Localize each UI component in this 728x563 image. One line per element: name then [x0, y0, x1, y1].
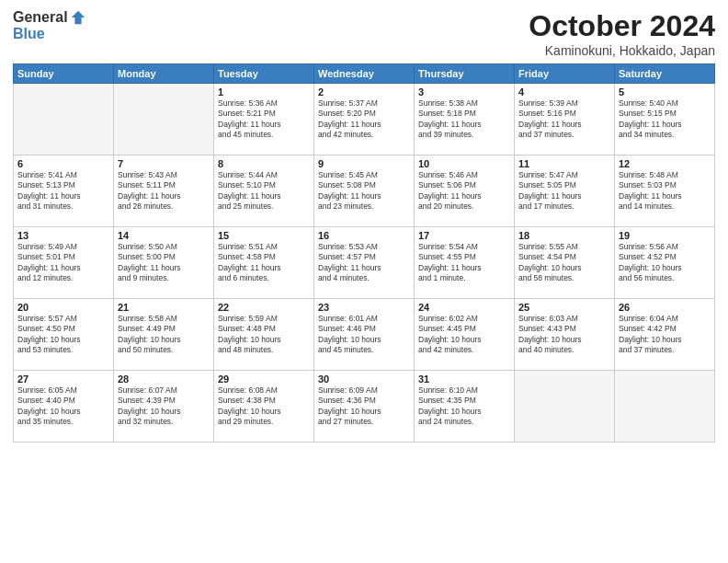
calendar-day-cell: 31Sunrise: 6:10 AMSunset: 4:35 PMDayligh…	[415, 371, 515, 442]
calendar-day-cell: 21Sunrise: 5:58 AMSunset: 4:49 PMDayligh…	[114, 299, 214, 371]
weekday-header: Friday	[515, 64, 615, 84]
day-number: 3	[418, 86, 510, 98]
location: Kaminokuni, Hokkaido, Japan	[529, 43, 715, 58]
calendar-day-cell: 16Sunrise: 5:53 AMSunset: 4:57 PMDayligh…	[314, 227, 415, 299]
calendar-day-cell: 24Sunrise: 6:02 AMSunset: 4:45 PMDayligh…	[415, 299, 515, 371]
day-number: 7	[118, 158, 210, 169]
calendar-day-cell: 8Sunrise: 5:44 AMSunset: 5:10 PMDaylight…	[214, 155, 314, 227]
calendar-day-cell: 29Sunrise: 6:08 AMSunset: 4:38 PMDayligh…	[214, 371, 314, 442]
calendar-day-cell: 20Sunrise: 5:57 AMSunset: 4:50 PMDayligh…	[14, 299, 114, 371]
day-number: 9	[318, 158, 410, 169]
calendar-day-cell: 7Sunrise: 5:43 AMSunset: 5:11 PMDaylight…	[114, 155, 214, 227]
calendar-week-row: 1Sunrise: 5:36 AMSunset: 5:21 PMDaylight…	[14, 84, 715, 155]
day-number: 12	[619, 158, 711, 169]
title-area: October 2024 Kaminokuni, Hokkaido, Japan	[529, 9, 715, 58]
calendar-day-cell: 28Sunrise: 6:07 AMSunset: 4:39 PMDayligh…	[114, 371, 214, 442]
page-header: General Blue October 2024 Kaminokuni, Ho…	[13, 9, 715, 58]
calendar-day-cell: 5Sunrise: 5:40 AMSunset: 5:15 PMDaylight…	[615, 84, 715, 155]
logo-icon	[70, 9, 86, 26]
day-number: 23	[318, 302, 410, 313]
calendar-day-cell: 6Sunrise: 5:41 AMSunset: 5:13 PMDaylight…	[14, 155, 114, 227]
calendar-day-cell: 25Sunrise: 6:03 AMSunset: 4:43 PMDayligh…	[515, 299, 615, 371]
calendar-day-cell: 27Sunrise: 6:05 AMSunset: 4:40 PMDayligh…	[14, 371, 114, 442]
day-info: Sunrise: 6:01 AMSunset: 4:46 PMDaylight:…	[318, 314, 410, 356]
day-info: Sunrise: 6:10 AMSunset: 4:35 PMDaylight:…	[418, 385, 510, 428]
day-number: 10	[418, 158, 510, 169]
day-info: Sunrise: 5:36 AMSunset: 5:21 PMDaylight:…	[218, 98, 310, 141]
calendar-day-cell: 12Sunrise: 5:48 AMSunset: 5:03 PMDayligh…	[615, 155, 715, 227]
day-info: Sunrise: 5:45 AMSunset: 5:08 PMDaylight:…	[318, 170, 410, 213]
weekday-header: Monday	[114, 64, 214, 84]
svg-marker-0	[71, 11, 84, 24]
day-info: Sunrise: 6:08 AMSunset: 4:38 PMDaylight:…	[218, 385, 310, 428]
calendar-day-cell: 13Sunrise: 5:49 AMSunset: 5:01 PMDayligh…	[14, 227, 114, 299]
day-number: 31	[418, 373, 510, 385]
day-info: Sunrise: 5:44 AMSunset: 5:10 PMDaylight:…	[218, 170, 310, 213]
day-info: Sunrise: 5:51 AMSunset: 4:58 PMDaylight:…	[218, 242, 310, 284]
day-number: 13	[17, 230, 109, 241]
calendar-day-cell	[14, 84, 114, 155]
weekday-header: Sunday	[14, 64, 114, 84]
calendar-day-cell: 17Sunrise: 5:54 AMSunset: 4:55 PMDayligh…	[415, 227, 515, 299]
day-info: Sunrise: 6:02 AMSunset: 4:45 PMDaylight:…	[418, 314, 510, 356]
day-info: Sunrise: 5:37 AMSunset: 5:20 PMDaylight:…	[318, 98, 410, 141]
day-number: 26	[619, 302, 711, 313]
calendar-day-cell: 9Sunrise: 5:45 AMSunset: 5:08 PMDaylight…	[314, 155, 415, 227]
weekday-header: Tuesday	[214, 64, 314, 84]
calendar-day-cell	[515, 371, 615, 442]
day-info: Sunrise: 6:05 AMSunset: 4:40 PMDaylight:…	[17, 385, 109, 428]
day-info: Sunrise: 6:03 AMSunset: 4:43 PMDaylight:…	[518, 314, 610, 356]
day-info: Sunrise: 5:48 AMSunset: 5:03 PMDaylight:…	[619, 170, 711, 213]
calendar-day-cell: 19Sunrise: 5:56 AMSunset: 4:52 PMDayligh…	[615, 227, 715, 299]
day-info: Sunrise: 5:43 AMSunset: 5:11 PMDaylight:…	[118, 170, 210, 213]
day-number: 6	[17, 158, 109, 169]
day-info: Sunrise: 5:56 AMSunset: 4:52 PMDaylight:…	[619, 242, 711, 284]
weekday-header: Saturday	[615, 64, 715, 84]
day-info: Sunrise: 5:54 AMSunset: 4:55 PMDaylight:…	[418, 242, 510, 284]
calendar-day-cell: 1Sunrise: 5:36 AMSunset: 5:21 PMDaylight…	[214, 84, 314, 155]
day-number: 4	[518, 86, 610, 98]
calendar-day-cell: 15Sunrise: 5:51 AMSunset: 4:58 PMDayligh…	[214, 227, 314, 299]
day-number: 11	[518, 158, 610, 169]
calendar-week-row: 6Sunrise: 5:41 AMSunset: 5:13 PMDaylight…	[14, 155, 715, 227]
day-info: Sunrise: 5:39 AMSunset: 5:16 PMDaylight:…	[518, 98, 610, 141]
day-number: 19	[619, 230, 711, 241]
calendar-day-cell: 30Sunrise: 6:09 AMSunset: 4:36 PMDayligh…	[314, 371, 415, 442]
calendar-day-cell: 18Sunrise: 5:55 AMSunset: 4:54 PMDayligh…	[515, 227, 615, 299]
day-info: Sunrise: 5:40 AMSunset: 5:15 PMDaylight:…	[619, 98, 711, 141]
day-number: 1	[218, 86, 310, 98]
day-number: 8	[218, 158, 310, 169]
calendar-day-cell: 26Sunrise: 6:04 AMSunset: 4:42 PMDayligh…	[615, 299, 715, 371]
day-number: 24	[418, 302, 510, 313]
day-info: Sunrise: 6:07 AMSunset: 4:39 PMDaylight:…	[118, 385, 210, 428]
day-info: Sunrise: 5:59 AMSunset: 4:48 PMDaylight:…	[218, 314, 310, 356]
calendar-day-cell: 10Sunrise: 5:46 AMSunset: 5:06 PMDayligh…	[415, 155, 515, 227]
month-title: October 2024	[529, 9, 715, 43]
day-info: Sunrise: 5:49 AMSunset: 5:01 PMDaylight:…	[17, 242, 109, 284]
logo: General Blue	[13, 9, 86, 42]
logo-general-text: General	[13, 9, 68, 26]
day-info: Sunrise: 5:41 AMSunset: 5:13 PMDaylight:…	[17, 170, 109, 213]
day-info: Sunrise: 5:50 AMSunset: 5:00 PMDaylight:…	[118, 242, 210, 284]
calendar-week-row: 13Sunrise: 5:49 AMSunset: 5:01 PMDayligh…	[14, 227, 715, 299]
weekday-header-row: SundayMondayTuesdayWednesdayThursdayFrid…	[14, 64, 715, 84]
logo-blue-text: Blue	[13, 26, 45, 42]
day-info: Sunrise: 5:46 AMSunset: 5:06 PMDaylight:…	[418, 170, 510, 213]
day-info: Sunrise: 5:38 AMSunset: 5:18 PMDaylight:…	[418, 98, 510, 141]
day-number: 15	[218, 230, 310, 241]
calendar-day-cell: 22Sunrise: 5:59 AMSunset: 4:48 PMDayligh…	[214, 299, 314, 371]
day-number: 2	[318, 86, 410, 98]
day-number: 30	[318, 373, 410, 385]
calendar-week-row: 27Sunrise: 6:05 AMSunset: 4:40 PMDayligh…	[14, 371, 715, 442]
day-number: 16	[318, 230, 410, 241]
day-number: 20	[17, 302, 109, 313]
calendar-day-cell: 4Sunrise: 5:39 AMSunset: 5:16 PMDaylight…	[515, 84, 615, 155]
calendar-day-cell: 23Sunrise: 6:01 AMSunset: 4:46 PMDayligh…	[314, 299, 415, 371]
day-number: 21	[118, 302, 210, 313]
day-number: 28	[118, 373, 210, 385]
day-number: 27	[17, 373, 109, 385]
day-info: Sunrise: 5:53 AMSunset: 4:57 PMDaylight:…	[318, 242, 410, 284]
calendar-day-cell: 11Sunrise: 5:47 AMSunset: 5:05 PMDayligh…	[515, 155, 615, 227]
calendar-table: SundayMondayTuesdayWednesdayThursdayFrid…	[13, 63, 715, 442]
day-number: 25	[518, 302, 610, 313]
